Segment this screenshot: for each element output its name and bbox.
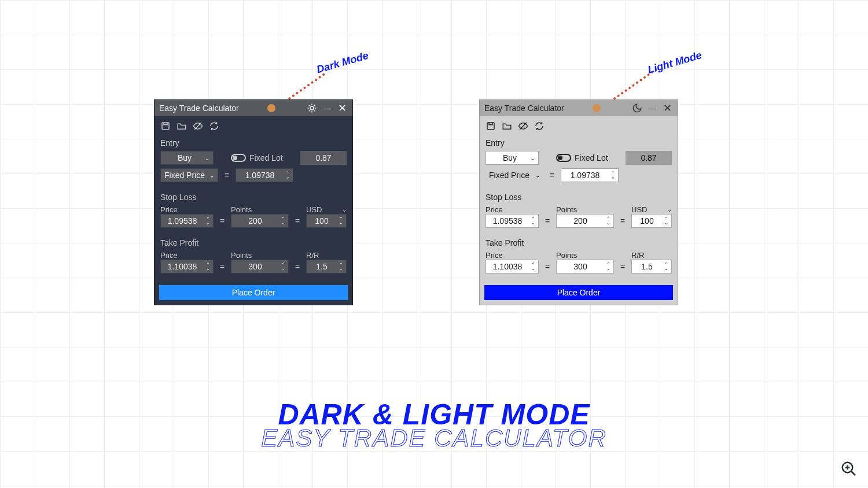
tp-price-label: Price <box>486 251 539 260</box>
window-title: Easy Trade Calculator <box>484 103 564 113</box>
svg-rect-9 <box>162 123 169 130</box>
svg-line-8 <box>314 105 315 106</box>
tp-points-label: Points <box>231 251 289 260</box>
lot-mode-toggle[interactable]: Fixed Lot <box>231 153 283 162</box>
sl-price-input[interactable]: 1.09538⌃⌄ <box>486 214 539 228</box>
lot-mode-toggle[interactable]: Fixed Lot <box>556 153 608 162</box>
calculator-panel-light: Easy Trade Calculator — ✕ Entry Buy⌄ Fix… <box>479 99 678 305</box>
sl-points-input[interactable]: 200⌃⌄ <box>231 214 289 228</box>
stoploss-label: Stop Loss <box>486 193 672 202</box>
entry-label: Entry <box>160 138 347 147</box>
side-select[interactable]: Buy⌄ <box>160 151 214 165</box>
annotation-light-mode: Light Mode <box>646 49 703 76</box>
sl-points-label: Points <box>231 205 289 214</box>
price-mode-select[interactable]: Fixed Price⌄ <box>486 168 543 182</box>
open-icon[interactable] <box>176 121 187 131</box>
annotation-dark-mode: Dark Mode <box>315 50 370 76</box>
open-icon[interactable] <box>502 121 512 131</box>
titlebar: Easy Trade Calculator — ✕ <box>155 100 352 116</box>
svg-point-0 <box>310 106 314 110</box>
svg-line-6 <box>314 110 315 112</box>
sl-currency-select[interactable]: USD⌄ <box>631 205 672 214</box>
tp-price-label: Price <box>160 251 214 260</box>
record-indicator-icon <box>593 104 601 112</box>
toolbar <box>155 116 352 134</box>
refresh-icon[interactable] <box>209 121 219 131</box>
save-icon[interactable] <box>160 121 171 131</box>
headline-sub: EASY TRADE CALCULATOR <box>0 424 868 452</box>
sl-price-input[interactable]: 1.09538⌃⌄ <box>160 214 214 228</box>
titlebar: Easy Trade Calculator — ✕ <box>480 100 678 116</box>
tp-rr-input[interactable]: 1.5⌃⌄ <box>306 260 347 273</box>
sl-price-label: Price <box>160 205 214 214</box>
hide-icon[interactable] <box>193 121 203 131</box>
takeprofit-label: Take Profit <box>486 238 672 247</box>
sl-value-input[interactable]: 100⌃⌄ <box>631 214 672 228</box>
lot-value[interactable]: 0.87 <box>300 151 347 165</box>
tp-points-label: Points <box>556 251 614 260</box>
side-select[interactable]: Buy⌄ <box>486 151 539 165</box>
place-order-button[interactable]: Place Order <box>159 285 348 300</box>
stoploss-label: Stop Loss <box>160 193 347 202</box>
equals-sign: = <box>548 171 556 180</box>
svg-line-7 <box>309 110 310 112</box>
chevron-down-icon: ⌄ <box>205 155 209 161</box>
chevron-down-icon: ⌄ <box>530 155 535 161</box>
tp-rr-label: R/R <box>631 251 672 260</box>
refresh-icon[interactable] <box>534 121 545 131</box>
theme-toggle-icon[interactable] <box>631 103 643 113</box>
equals-sign: = <box>223 171 231 180</box>
place-order-button[interactable]: Place Order <box>484 285 673 300</box>
entry-label: Entry <box>486 138 672 147</box>
takeprofit-label: Take Profit <box>160 238 347 247</box>
tp-rr-label: R/R <box>306 251 347 260</box>
svg-rect-11 <box>487 123 494 130</box>
sl-value-input[interactable]: 100⌃⌄ <box>306 214 347 228</box>
chevron-down-icon: ⌄ <box>342 206 347 213</box>
entry-price-input[interactable]: 1.09738⌃⌄ <box>236 168 293 182</box>
theme-toggle-icon[interactable] <box>306 103 318 113</box>
close-icon[interactable]: ✕ <box>661 103 673 113</box>
sl-price-label: Price <box>486 205 539 214</box>
sl-points-label: Points <box>556 205 614 214</box>
toolbar <box>480 116 678 134</box>
chevron-down-icon: ⌄ <box>535 172 540 179</box>
tp-points-input[interactable]: 300⌃⌄ <box>556 260 614 273</box>
window-title: Easy Trade Calculator <box>159 103 239 113</box>
record-indicator-icon <box>267 104 275 112</box>
svg-line-14 <box>851 471 856 476</box>
entry-price-input[interactable]: 1.09738⌃⌄ <box>561 168 619 182</box>
calculator-panel-dark: Easy Trade Calculator — ✕ Entry Buy⌄ Fix… <box>154 99 353 305</box>
minimize-icon[interactable]: — <box>646 103 658 113</box>
minimize-icon[interactable]: — <box>321 103 333 113</box>
hide-icon[interactable] <box>518 121 528 131</box>
close-icon[interactable]: ✕ <box>336 103 348 113</box>
chevron-down-icon: ⌄ <box>667 206 672 213</box>
sl-points-input[interactable]: 200⌃⌄ <box>556 214 614 228</box>
headline: DARK & LIGHT MODE EASY TRADE CALCULATOR <box>0 398 868 452</box>
tp-price-input[interactable]: 1.10038⌃⌄ <box>160 260 214 273</box>
lot-value[interactable]: 0.87 <box>626 151 672 165</box>
tp-points-input[interactable]: 300⌃⌄ <box>231 260 289 273</box>
save-icon[interactable] <box>486 121 496 131</box>
sl-currency-select[interactable]: USD⌄ <box>306 205 347 214</box>
price-mode-select[interactable]: Fixed Price⌄ <box>160 168 218 182</box>
tp-rr-input[interactable]: 1.5⌃⌄ <box>631 260 672 273</box>
svg-line-5 <box>309 105 310 106</box>
chevron-down-icon: ⌄ <box>209 172 214 179</box>
zoom-in-icon[interactable] <box>840 460 858 478</box>
tp-price-input[interactable]: 1.10038⌃⌄ <box>486 260 539 273</box>
